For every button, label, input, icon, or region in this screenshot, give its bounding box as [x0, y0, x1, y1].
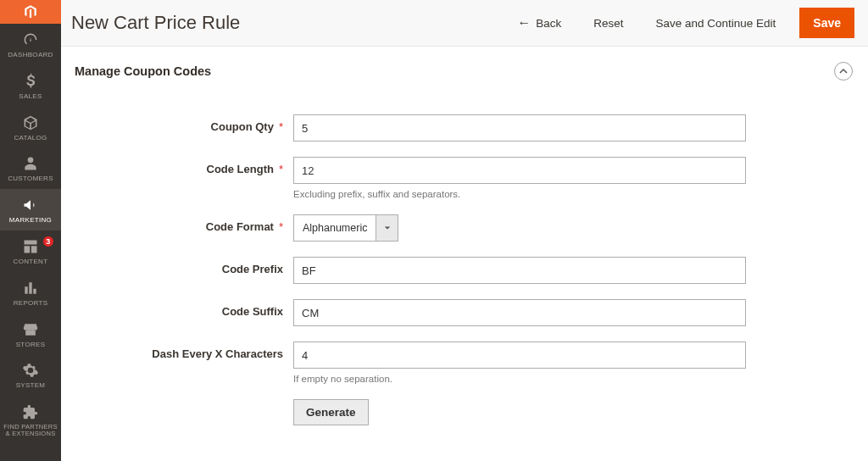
code-length-input[interactable]: [293, 157, 746, 184]
chevron-down-icon: [376, 215, 398, 241]
magento-logo[interactable]: [0, 0, 61, 24]
dash-every-input[interactable]: [293, 342, 746, 369]
section-header: Manage Coupon Codes: [75, 55, 853, 89]
code-length-label: Code Length*: [75, 157, 293, 175]
sidebar-item-stores[interactable]: STORES: [0, 314, 61, 355]
page-header: New Cart Price Rule ← Back Reset Save an…: [61, 0, 868, 47]
back-label: Back: [536, 17, 561, 30]
sidebar-item-label: SYSTEM: [16, 382, 46, 390]
back-button[interactable]: ← Back: [509, 11, 570, 35]
sidebar-item-label: CUSTOMERS: [8, 175, 53, 183]
sidebar-item-label: FIND PARTNERS & EXTENSIONS: [2, 424, 59, 438]
content-area: Manage Coupon Codes Coupon Qty* Code Len…: [61, 47, 868, 461]
arrow-left-icon: ←: [517, 16, 531, 30]
gauge-icon: [22, 31, 39, 48]
sidebar-item-label: SALES: [19, 93, 42, 101]
sidebar-item-label: MARKETING: [9, 217, 52, 225]
sidebar-item-label: DASHBOARD: [8, 52, 53, 59]
sidebar-item-sales[interactable]: SALES: [0, 65, 61, 107]
code-prefix-input[interactable]: [293, 257, 746, 284]
chevron-up-icon: [839, 67, 848, 75]
sidebar-item-partners[interactable]: FIND PARTNERS & EXTENSIONS: [0, 396, 61, 444]
required-star: *: [279, 163, 283, 175]
save-continue-button[interactable]: Save and Continue Edit: [647, 12, 784, 35]
layout-icon: [22, 238, 39, 255]
reset-label: Reset: [593, 17, 623, 30]
required-star: *: [279, 120, 283, 133]
sidebar-item-marketing[interactable]: MARKETING: [0, 189, 61, 230]
megaphone-icon: [22, 197, 39, 214]
code-prefix-label: Code Prefix: [75, 257, 293, 275]
sidebar-item-reports[interactable]: REPORTS: [0, 272, 61, 314]
gear-icon: [22, 362, 39, 379]
code-suffix-label: Code Suffix: [75, 299, 293, 318]
sidebar-item-label: CATALOG: [14, 135, 47, 142]
notification-badge: 3: [42, 236, 54, 247]
collapse-toggle[interactable]: [834, 62, 853, 81]
reset-button[interactable]: Reset: [585, 12, 632, 35]
admin-sidebar: DASHBOARD SALES CATALOG CUSTOMERS MARKET…: [0, 0, 61, 461]
page-title: New Cart Price Rule: [71, 12, 493, 34]
bar-chart-icon: [22, 280, 39, 297]
puzzle-icon: [22, 403, 39, 420]
section-title: Manage Coupon Codes: [75, 64, 211, 78]
coupon-qty-input[interactable]: [293, 114, 746, 142]
sidebar-item-content[interactable]: CONTENT 3: [0, 230, 61, 272]
sidebar-item-label: STORES: [16, 342, 46, 349]
code-format-select[interactable]: Alphanumeric: [293, 214, 398, 242]
sidebar-item-system[interactable]: SYSTEM: [0, 354, 61, 396]
generate-button[interactable]: Generate: [293, 399, 369, 425]
code-format-label: Code Format*: [75, 214, 293, 233]
sidebar-item-label: CONTENT: [14, 258, 48, 266]
code-suffix-input[interactable]: [293, 299, 746, 326]
save-continue-label: Save and Continue Edit: [655, 17, 776, 30]
required-star: *: [279, 220, 283, 233]
sidebar-item-customers[interactable]: CUSTOMERS: [0, 147, 61, 189]
coupon-form: Coupon Qty* Code Length* Excluding prefi…: [75, 89, 853, 425]
dash-every-label: Dash Every X Characters: [75, 342, 293, 360]
dollar-icon: [22, 73, 39, 90]
sidebar-item-label: REPORTS: [14, 300, 48, 308]
sidebar-item-dashboard[interactable]: DASHBOARD: [0, 24, 61, 65]
coupon-qty-label: Coupon Qty*: [75, 114, 293, 133]
save-button[interactable]: Save: [799, 8, 854, 38]
person-icon: [22, 155, 39, 172]
code-length-help: Excluding prefix, suffix and separators.: [293, 189, 746, 199]
dash-every-help: If empty no separation.: [293, 374, 746, 384]
cube-icon: [22, 114, 39, 131]
store-icon: [22, 321, 39, 338]
code-format-value: Alphanumeric: [294, 215, 376, 241]
main-panel: New Cart Price Rule ← Back Reset Save an…: [61, 0, 868, 461]
sidebar-item-catalog[interactable]: CATALOG: [0, 107, 61, 148]
